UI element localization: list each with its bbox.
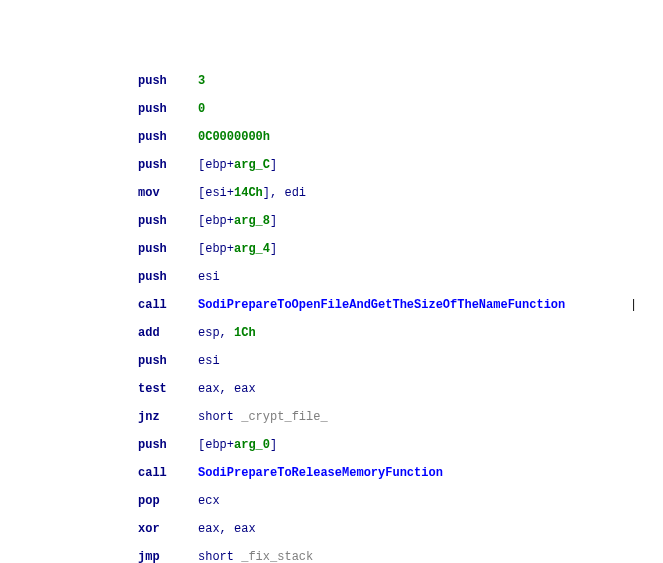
asm-line: popecx bbox=[8, 494, 663, 508]
asm-line: xoreax, eax bbox=[8, 522, 663, 536]
label-ref: _fix_stack bbox=[241, 550, 313, 563]
asm-line: mov[esi+14Ch], edi bbox=[8, 186, 663, 200]
asm-line[interactable]: callSodiPrepareToOpenFileAndGetTheSizeOf… bbox=[8, 298, 663, 312]
asm-line: push3 bbox=[8, 74, 663, 88]
asm-line: push0C0000000h bbox=[8, 130, 663, 144]
function-ref: SodiPrepareToOpenFileAndGetTheSizeOfTheN… bbox=[198, 298, 565, 312]
asm-line: testeax, eax bbox=[8, 382, 663, 396]
asm-line[interactable]: callSodiPrepareToReleaseMemoryFunction bbox=[8, 466, 663, 480]
asm-line: push0 bbox=[8, 102, 663, 116]
disassembly-listing: push3 push0 push0C0000000h push[ebp+arg_… bbox=[8, 60, 663, 563]
asm-line[interactable]: jmpshort _fix_stack bbox=[8, 550, 663, 563]
cursor-icon: | bbox=[630, 298, 637, 312]
asm-line: push[ebp+arg_C] bbox=[8, 158, 663, 172]
asm-line: push[ebp+arg_4] bbox=[8, 242, 663, 256]
asm-line: pushesi bbox=[8, 270, 663, 284]
asm-line: push[ebp+arg_8] bbox=[8, 214, 663, 228]
asm-line[interactable]: jnzshort _crypt_file_ bbox=[8, 410, 663, 424]
asm-line: addesp, 1Ch bbox=[8, 326, 663, 340]
asm-line: pushesi bbox=[8, 354, 663, 368]
asm-line: push[ebp+arg_0] bbox=[8, 438, 663, 452]
label-ref: _crypt_file_ bbox=[241, 410, 327, 424]
function-ref: SodiPrepareToReleaseMemoryFunction bbox=[198, 466, 443, 480]
